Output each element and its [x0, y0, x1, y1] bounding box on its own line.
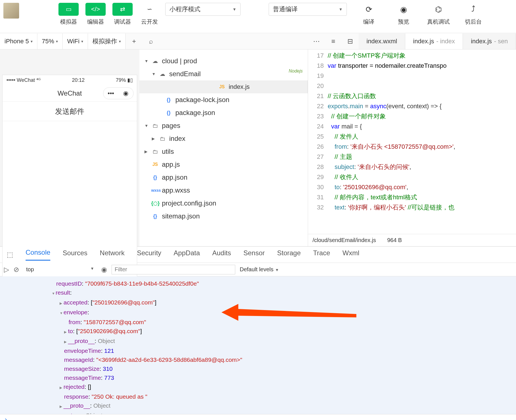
annotation-arrow — [221, 301, 356, 326]
tab-storage[interactable]: Storage — [277, 249, 301, 260]
tree-item-pkglock[interactable]: {}package-lock.json — [139, 93, 308, 106]
js-icon: JS — [151, 162, 159, 167]
time-label: 20:12 — [72, 77, 85, 83]
compile-button[interactable]: ⟳编译 — [351, 3, 386, 26]
tree-item-pages[interactable]: ▼🗀pages — [139, 119, 308, 132]
folder-icon: 🗀 — [151, 123, 159, 129]
tab-security[interactable]: Security — [137, 249, 161, 260]
tree-item-projcfg[interactable]: {◌}project.config.json — [139, 197, 308, 210]
chevron-down-icon: ▾ — [119, 39, 121, 44]
play-icon[interactable]: ▷ — [4, 266, 9, 274]
tree-item-appjson[interactable]: {}app.json — [139, 171, 308, 184]
tree-item-index[interactable]: ▶🗀index — [139, 132, 308, 145]
app-logo — [3, 3, 19, 19]
file-tab-0[interactable]: index.wxml — [359, 33, 405, 49]
tree-item-sitemap[interactable]: {}sitemap.json — [139, 210, 308, 223]
simulator-button[interactable]: ▭模拟器 — [56, 3, 81, 26]
simulator-label: 模拟器 — [60, 18, 77, 26]
cloud-folder-icon: ☁ — [151, 58, 159, 64]
tab-appdata[interactable]: AppData — [174, 249, 200, 260]
cloud-label: 云开发 — [141, 18, 158, 26]
levels-select[interactable]: Default levels ▼ — [240, 266, 279, 273]
inspect-icon[interactable]: ⬚ — [7, 251, 13, 259]
more-icon: ⋯ — [313, 37, 320, 45]
file-tree: Nodejs ▼☁cloud | prod ▼☁sendEmail JSinde… — [139, 49, 308, 246]
editor-button[interactable]: </>编辑器 — [83, 3, 108, 26]
chevron-down-icon: ▾ — [81, 39, 83, 44]
folder-icon: 🗀 — [159, 136, 166, 142]
json-icon: {} — [151, 175, 159, 180]
debugger-label: 调试器 — [114, 18, 131, 26]
remote-debug-button[interactable]: ⌬真机调试 — [421, 3, 456, 26]
capsule-button[interactable]: •••◉ — [103, 87, 133, 99]
preview-button[interactable]: ◉预览 — [386, 3, 421, 26]
tab-sources[interactable]: Sources — [63, 249, 87, 260]
search-icon: ⌕ — [149, 37, 153, 45]
console-prompt[interactable]: › — [0, 414, 516, 420]
more-button[interactable]: ⋯ — [308, 33, 325, 49]
tab-network[interactable]: Network — [100, 249, 125, 260]
nav-title: WeChat — [58, 89, 82, 97]
devtools-panel: ⬚ Console Sources Network Security AppDa… — [0, 246, 516, 420]
refresh-icon: ⟳ — [360, 3, 377, 16]
tab-sensor[interactable]: Sensor — [243, 249, 265, 260]
tree-item-appwxss[interactable]: wxssapp.wxss — [139, 184, 308, 197]
remote-label: 真机调试 — [427, 18, 450, 26]
tree-item-sendemail[interactable]: ▼☁sendEmail — [139, 67, 308, 80]
tree-item-appjs[interactable]: JSapp.js — [139, 158, 308, 171]
debugger-button[interactable]: ⇄调试器 — [110, 3, 135, 26]
cloud-icon: ☁ — [159, 71, 166, 77]
exit-icon: ⤴ — [465, 3, 482, 16]
layout-button-1[interactable]: ≡ — [325, 33, 342, 49]
nodejs-badge: Nodejs — [289, 69, 303, 74]
file-size: 964 B — [387, 237, 402, 243]
json-icon: {} — [151, 213, 159, 219]
context-select[interactable]: top▼ — [24, 265, 97, 274]
cloud-button[interactable]: ∽云开发 — [137, 3, 162, 26]
mode-select[interactable]: 小程序模式▼ — [165, 3, 241, 16]
tree-item-indexjs[interactable]: JSindex.js — [139, 80, 308, 93]
layout-button-2[interactable]: ⊟ — [342, 33, 359, 49]
device-select[interactable]: iPhone 5▾ — [0, 33, 37, 49]
phone-nav: WeChat •••◉ — [3, 85, 137, 101]
compile-label: 编译 — [363, 18, 374, 26]
chevron-down-icon: ▾ — [56, 39, 58, 44]
tab-wxml[interactable]: Wxml — [343, 249, 359, 260]
eye-icon[interactable]: ◉ — [101, 266, 107, 274]
code-lines[interactable]: // 创建一个SMTP客户端对象var transporter = nodema… — [328, 49, 516, 234]
chevron-down-icon: ▼ — [90, 266, 94, 273]
clear-icon[interactable]: ⊘ — [13, 266, 19, 274]
tree-item-utils[interactable]: ▶🗀utils — [139, 145, 308, 158]
tree-item-cloud[interactable]: ▼☁cloud | prod — [139, 55, 308, 67]
background-label: 切后台 — [465, 18, 482, 26]
folder-icon: 🗀 — [151, 148, 159, 155]
search-button[interactable]: ⌕ — [142, 33, 159, 49]
line-gutter: 17181920212223242526272829303132 — [308, 49, 328, 234]
chevron-down-icon: ▼ — [232, 7, 236, 12]
tab-trace[interactable]: Trace — [313, 249, 330, 260]
filter-input[interactable] — [112, 265, 235, 274]
close-icon: ◉ — [118, 90, 133, 97]
tree-item-pkg[interactable]: {}package.json — [139, 106, 308, 119]
tab-console[interactable]: Console — [26, 249, 50, 261]
code-editor[interactable]: 17181920212223242526272829303132 // 创建一个… — [308, 49, 516, 246]
compile-select[interactable]: 普通编译▼ — [269, 3, 347, 16]
network-select[interactable]: WiFi▾ — [63, 33, 88, 49]
add-tab-button[interactable]: + — [126, 33, 142, 49]
file-tab-2[interactable]: index.js- sen — [463, 33, 516, 49]
preview-label: 预览 — [398, 18, 409, 26]
console-output[interactable]: requestID: "7009f675-b843-11e9-b4b4-5254… — [0, 276, 516, 414]
tab-audits[interactable]: Audits — [212, 249, 231, 260]
settings-icon: ⇄ — [112, 3, 133, 16]
carrier-label: ••••• WeChat ⁴ᴳ — [6, 77, 41, 83]
file-tab-1[interactable]: index.js- index — [405, 33, 463, 49]
editor-label: 编辑器 — [87, 18, 104, 26]
eye-icon: ◉ — [395, 3, 412, 16]
more-icon: ••• — [103, 90, 118, 97]
background-button[interactable]: ⤴切后台 — [456, 3, 491, 26]
mock-select[interactable]: 模拟操作▾ — [88, 33, 126, 49]
chevron-down-icon: ▼ — [275, 268, 279, 272]
zoom-select[interactable]: 75%▾ — [37, 33, 63, 49]
mode-select-label: 小程序模式 — [169, 5, 200, 13]
send-email-button[interactable]: 发送邮件 — [3, 101, 137, 121]
